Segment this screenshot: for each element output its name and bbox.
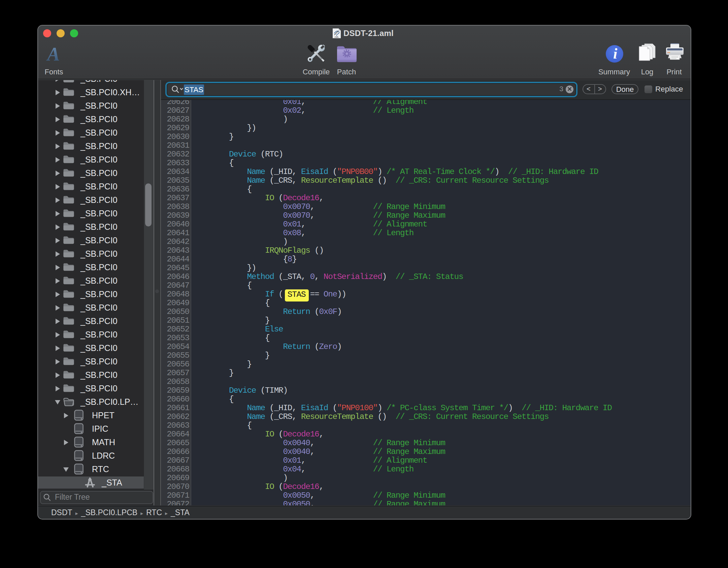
svg-text:AML: AML xyxy=(334,36,339,38)
svg-text:i: i xyxy=(613,45,618,62)
svg-text:A: A xyxy=(46,44,60,64)
